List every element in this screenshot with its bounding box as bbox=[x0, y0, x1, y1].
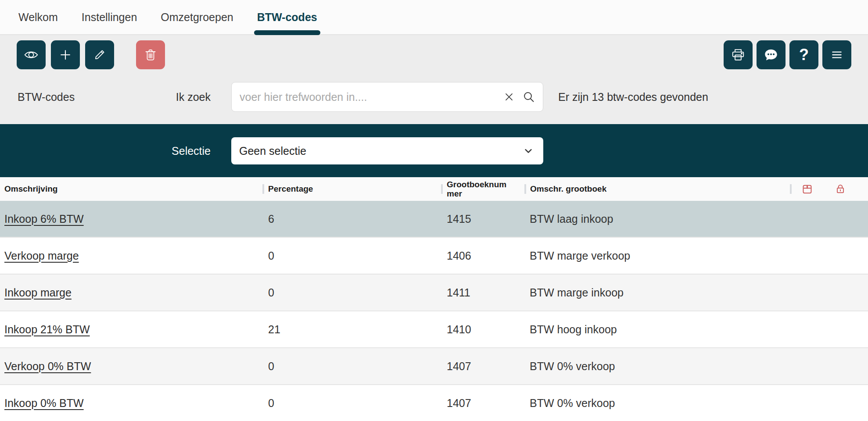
help-button[interactable]: ? bbox=[789, 40, 818, 69]
column-header-lock[interactable] bbox=[825, 177, 868, 201]
delete-button[interactable] bbox=[136, 40, 165, 69]
column-header-omschrijving[interactable]: Omschrijving bbox=[0, 177, 262, 201]
selection-dropdown-value: Geen selectie bbox=[239, 137, 306, 164]
cell-omschr-grootboek: BTW laag inkoop bbox=[524, 213, 790, 225]
cell-omschr-grootboek: BTW marge verkoop bbox=[524, 250, 790, 262]
row-link-omschrijving[interactable]: Inkoop marge bbox=[4, 286, 72, 299]
column-header-grootboeknummer-label: Grootboeknummer bbox=[447, 180, 508, 199]
view-button[interactable] bbox=[17, 40, 46, 69]
column-header-omschr-grootboek[interactable]: Omschr. grootboek bbox=[524, 177, 790, 201]
tab-instellingen[interactable]: Instellingen bbox=[70, 0, 149, 34]
row-link-omschrijving[interactable]: Inkoop 6% BTW bbox=[4, 213, 84, 225]
clear-search-icon[interactable] bbox=[503, 91, 515, 103]
add-button[interactable] bbox=[51, 40, 80, 69]
printer-icon bbox=[731, 47, 746, 62]
edit-button[interactable] bbox=[85, 40, 114, 69]
search-label: Ik zoek bbox=[0, 82, 211, 112]
row-link-omschrijving[interactable]: Inkoop 21% BTW bbox=[4, 323, 90, 335]
cell-omschr-grootboek: BTW hoog inkoop bbox=[524, 323, 790, 336]
table-row[interactable]: Verkoop 0% BTW 0 1407 BTW 0% verkoop bbox=[0, 348, 868, 385]
selection-bar: Selectie Geen selectie bbox=[0, 124, 868, 177]
data-table: Omschrijving Percentage Grootboeknummer … bbox=[0, 177, 868, 421]
cell-grootboeknummer: 1407 bbox=[441, 397, 524, 410]
print-button[interactable] bbox=[724, 40, 753, 69]
cell-grootboeknummer: 1411 bbox=[441, 286, 524, 299]
table-header: Omschrijving Percentage Grootboeknummer … bbox=[0, 177, 868, 201]
selection-label: Selectie bbox=[0, 137, 211, 164]
cell-percentage: 0 bbox=[262, 250, 441, 262]
search-box bbox=[231, 82, 543, 112]
row-link-omschrijving[interactable]: Verkoop marge bbox=[4, 250, 79, 262]
row-link-omschrijving[interactable]: Inkoop 0% BTW bbox=[4, 397, 84, 409]
plus-icon bbox=[58, 47, 73, 62]
search-input[interactable] bbox=[232, 82, 543, 111]
trash-icon bbox=[143, 48, 158, 62]
column-header-archive[interactable] bbox=[790, 177, 825, 201]
cell-grootboeknummer: 1406 bbox=[441, 250, 524, 262]
menu-button[interactable] bbox=[822, 40, 851, 69]
toolbar-left bbox=[17, 40, 165, 69]
question-icon: ? bbox=[799, 47, 809, 63]
table-row[interactable]: Inkoop 0% BTW 0 1407 BTW 0% verkoop bbox=[0, 385, 868, 421]
selection-dropdown[interactable]: Geen selectie bbox=[231, 137, 543, 164]
cell-omschr-grootboek: BTW 0% verkoop bbox=[524, 360, 790, 373]
tab-bar: Welkom Instellingen Omzetgroepen BTW-cod… bbox=[0, 0, 868, 35]
results-count-text: Er zijn 13 btw-codes gevonden bbox=[558, 82, 708, 112]
table-row[interactable]: Verkoop marge 0 1406 BTW marge verkoop bbox=[0, 238, 868, 275]
cell-omschr-grootboek: BTW marge inkoop bbox=[524, 286, 790, 299]
column-header-grootboeknummer[interactable]: Grootboeknummer bbox=[441, 177, 524, 201]
cell-grootboeknummer: 1415 bbox=[441, 213, 524, 225]
tab-omzetgroepen[interactable]: Omzetgroepen bbox=[149, 0, 245, 34]
tab-welkom[interactable]: Welkom bbox=[7, 0, 70, 34]
cell-omschr-grootboek: BTW 0% verkoop bbox=[524, 397, 790, 410]
hamburger-icon bbox=[829, 47, 844, 62]
cell-grootboeknummer: 1407 bbox=[441, 360, 524, 373]
archive-icon bbox=[801, 183, 813, 195]
table-row[interactable]: Inkoop marge 0 1411 BTW marge inkoop bbox=[0, 275, 868, 311]
chat-icon bbox=[763, 47, 779, 63]
toolbar-right: ? bbox=[724, 40, 851, 69]
eye-icon bbox=[24, 47, 39, 62]
chevron-down-icon bbox=[522, 145, 534, 157]
tab-btw-codes[interactable]: BTW-codes bbox=[245, 0, 329, 34]
btw-codes-page: Welkom Instellingen Omzetgroepen BTW-cod… bbox=[0, 0, 868, 421]
cell-percentage: 6 bbox=[262, 213, 441, 225]
pencil-icon bbox=[93, 48, 107, 62]
cell-grootboeknummer: 1410 bbox=[441, 323, 524, 336]
column-header-percentage[interactable]: Percentage bbox=[262, 177, 441, 201]
toolbar-and-search-section: ? BTW-codes Ik zoek Er zijn 13 btw-codes… bbox=[0, 35, 868, 124]
cell-percentage: 0 bbox=[262, 360, 441, 373]
lock-icon bbox=[835, 183, 846, 195]
search-icon[interactable] bbox=[523, 91, 535, 103]
cell-percentage: 0 bbox=[262, 397, 441, 410]
cell-percentage: 0 bbox=[262, 286, 441, 299]
feedback-button[interactable] bbox=[757, 40, 786, 69]
row-link-omschrijving[interactable]: Verkoop 0% BTW bbox=[4, 360, 91, 372]
table-row[interactable]: Inkoop 21% BTW 21 1410 BTW hoog inkoop bbox=[0, 311, 868, 348]
table-row[interactable]: Inkoop 6% BTW 6 1415 BTW laag inkoop bbox=[0, 201, 868, 238]
cell-percentage: 21 bbox=[262, 323, 441, 336]
